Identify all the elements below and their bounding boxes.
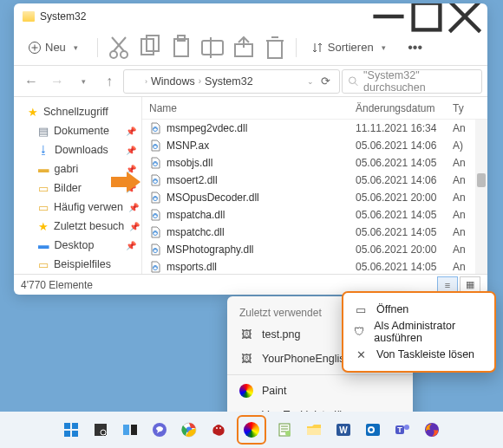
svg-rect-36 [72, 431, 78, 437]
titlebar: System32 [14, 3, 487, 29]
ctx-open[interactable]: ▭Öffnen [343, 298, 494, 321]
file-row[interactable]: msports.dll05.06.2021 14:05An [142, 258, 487, 274]
recent-button[interactable]: ▾ [71, 69, 95, 94]
taskbar-word[interactable]: W [332, 419, 355, 441]
svg-point-46 [219, 427, 221, 429]
file-icon [149, 174, 161, 186]
taskbar-search[interactable] [89, 419, 112, 441]
context-menu: ▭Öffnen 🛡Als Administrator ausführen ✕Vo… [342, 291, 496, 373]
maximize-button[interactable] [408, 3, 446, 29]
column-name[interactable]: Name [142, 102, 356, 114]
svg-rect-18 [268, 41, 282, 58]
paint-icon [239, 384, 253, 398]
sort-label: Sortieren [328, 41, 374, 54]
forward-button[interactable]: → [45, 69, 69, 94]
delete-button[interactable] [261, 35, 289, 61]
file-row[interactable]: MSPhotography.dll05.06.2021 20:00An [142, 241, 487, 258]
taskbar-notepadpp[interactable] [273, 419, 296, 441]
svg-rect-49 [307, 428, 321, 435]
toolbar: Neu ▾ Sortieren ▾ ••• [14, 29, 487, 66]
sidebar-item[interactable]: ▬Desktop📌 [14, 236, 141, 255]
taskbar: W T [0, 412, 503, 448]
svg-point-8 [121, 51, 127, 58]
jumplist-app[interactable]: Paint [227, 379, 413, 403]
svg-point-57 [404, 425, 409, 430]
sidebar-item[interactable]: ⭳Downloads📌 [14, 140, 141, 159]
address-bar[interactable]: › Windows› System32 ⌄ ⟳ [123, 69, 340, 94]
svg-rect-34 [72, 423, 78, 429]
more-button[interactable]: ••• [402, 35, 429, 61]
window-title: System32 [40, 10, 86, 23]
back-button[interactable]: ← [19, 69, 43, 94]
column-date[interactable]: Änderungsdatum [356, 102, 453, 114]
close-button[interactable] [446, 3, 484, 29]
file-icon [149, 157, 161, 169]
ctx-unpin[interactable]: ✕Von Taskleiste lösen [343, 343, 494, 366]
taskbar-teams[interactable]: T [391, 419, 414, 441]
svg-text:W: W [339, 425, 348, 435]
ctx-run-admin[interactable]: 🛡Als Administrator ausführen [343, 321, 494, 343]
sort-button[interactable]: Sortieren ▾ [304, 35, 398, 61]
svg-point-21 [349, 77, 356, 84]
sidebar-item[interactable]: ▤Dokumente📌 [14, 121, 141, 140]
file-icon [149, 226, 161, 238]
svg-point-45 [216, 427, 218, 429]
nav-row: ← → ▾ ↑ › Windows› System32 ⌄ ⟳ "System3… [14, 66, 487, 97]
svg-line-9 [114, 37, 126, 51]
column-type[interactable]: Ty [453, 102, 470, 114]
taskbar-outlook[interactable] [362, 419, 384, 441]
taskbar-chrome[interactable] [178, 419, 200, 441]
file-row[interactable]: msoert2.dll05.06.2021 14:06An [142, 172, 487, 189]
item-count: 4'770 Elemente [21, 279, 93, 291]
start-button[interactable] [60, 419, 82, 441]
minimize-button[interactable] [369, 3, 408, 29]
scrollbar[interactable] [475, 120, 487, 274]
file-icon [149, 261, 161, 273]
breadcrumb-item[interactable]: System32 [205, 75, 253, 88]
file-row[interactable]: MSOpusDecoder.dll05.06.2021 20:00An [142, 189, 487, 206]
search-placeholder: "System32" durchsuchen [363, 69, 476, 94]
taskbar-paint-highlighted [237, 415, 266, 445]
sidebar-quick-access[interactable]: ★Schnellzugriff [14, 102, 141, 121]
folder-icon [23, 11, 35, 22]
svg-line-22 [355, 83, 357, 86]
cut-button[interactable] [105, 35, 133, 61]
taskbar-taskview[interactable] [119, 419, 141, 441]
new-label: Neu [45, 41, 66, 54]
search-input[interactable]: "System32" durchsuchen [342, 69, 482, 94]
svg-text:T: T [397, 425, 402, 434]
file-icon [149, 192, 161, 204]
file-icon [149, 140, 161, 152]
file-row[interactable]: mspatchc.dll05.06.2021 14:05An [142, 224, 487, 241]
folder-icon [129, 76, 141, 86]
refresh-button[interactable]: ⟳ [317, 75, 334, 88]
taskbar-paint[interactable] [240, 419, 263, 441]
taskbar-explorer[interactable] [303, 419, 325, 441]
file-row[interactable]: msmpeg2vdec.dll11.11.2021 16:34An [142, 120, 487, 137]
file-row[interactable]: msobjs.dll05.06.2021 14:05An [142, 154, 487, 172]
rename-button[interactable] [199, 35, 226, 61]
sidebar-item[interactable]: ▭Beispielfiles [14, 255, 141, 274]
file-row[interactable]: mspatcha.dll05.06.2021 14:05An [142, 206, 487, 224]
paste-button[interactable] [167, 35, 195, 61]
file-list: Name Änderungsdatum Ty msmpeg2vdec.dll11… [142, 97, 487, 274]
annotation-arrow [111, 172, 140, 192]
share-button[interactable] [230, 35, 258, 61]
chevron-down-icon: ▾ [69, 41, 83, 55]
sidebar-item[interactable]: ★Zuletzt besuch📌 [14, 217, 141, 236]
sidebar-item[interactable]: ▭Häufig verwen📌 [14, 198, 141, 217]
new-button[interactable]: Neu ▾ [21, 35, 90, 61]
svg-rect-1 [414, 3, 441, 29]
copy-button[interactable] [136, 35, 164, 61]
file-row[interactable]: MSNP.ax05.06.2021 14:06A) [142, 137, 487, 154]
taskbar-firefox[interactable] [421, 419, 443, 441]
breadcrumb-item[interactable]: Windows [151, 75, 195, 88]
taskbar-irfanview[interactable] [207, 419, 230, 441]
file-explorer-window: System32 Neu ▾ Sortieren ▾ ••• ← → ▾ [14, 3, 487, 295]
up-button[interactable]: ↑ [97, 69, 121, 94]
taskbar-chat[interactable] [148, 419, 171, 441]
svg-rect-35 [64, 431, 70, 437]
file-icon [149, 209, 161, 221]
svg-rect-40 [123, 425, 129, 435]
svg-rect-33 [64, 423, 70, 429]
